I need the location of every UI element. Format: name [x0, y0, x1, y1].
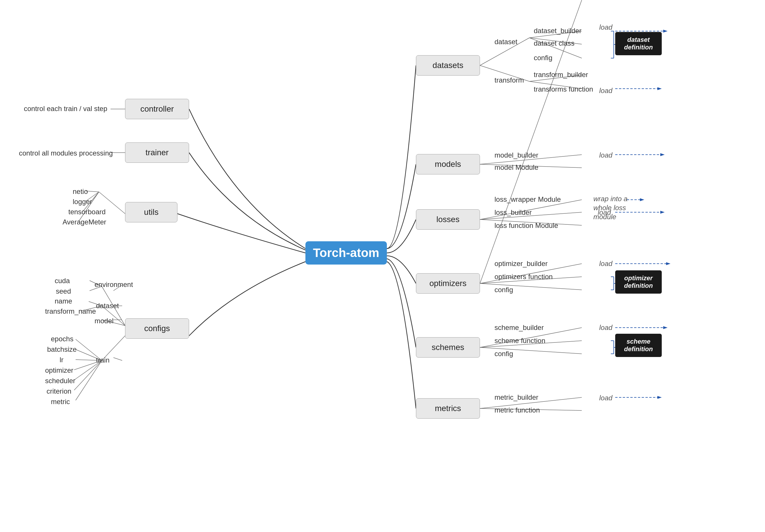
- config-optimizers-label: config: [494, 286, 513, 294]
- optimizer-config-label: optimizer: [45, 366, 73, 375]
- seed-label: seed: [56, 287, 71, 295]
- scheme-definition-label: schemedefinition: [624, 338, 653, 353]
- scheme-function-label: scheme function: [494, 337, 545, 345]
- optimizers-node: optimizers: [416, 273, 480, 294]
- cuda-label: cuda: [55, 277, 70, 285]
- load-metric-label: load: [599, 394, 612, 402]
- lr-label: lr: [60, 356, 63, 364]
- dataset-definition-box: datasetdefinition: [615, 32, 662, 55]
- transform-name-label: transform_name: [45, 307, 96, 315]
- averagemeter-label: AverageMeter: [63, 218, 106, 226]
- svg-marker-14: [657, 87, 662, 90]
- transform-branch-label: transform: [494, 76, 524, 84]
- optimizers-function-label: optimizers function: [494, 273, 553, 281]
- svg-marker-18: [660, 153, 665, 156]
- scheme-definition-box: schemedefinition: [615, 334, 662, 357]
- optimizer-definition-label: optimizerdefinition: [624, 274, 653, 290]
- config-schemes-label: config: [494, 350, 513, 358]
- controller-label: controller: [140, 104, 174, 114]
- load-scheme-label: load: [599, 324, 612, 332]
- dataset-class-label: dataset class: [534, 39, 574, 47]
- name-label: name: [55, 297, 72, 305]
- model-builder-label: model_builder: [494, 151, 538, 159]
- svg-line-74: [113, 358, 122, 361]
- center-node: Torch-atom: [306, 241, 387, 265]
- loss-wrapper-label: loss_wrapper Module: [494, 195, 561, 203]
- loss-builder-label: loss_builder: [494, 208, 532, 217]
- criterion-label: criterion: [47, 387, 71, 396]
- svg-marker-48: [657, 396, 662, 399]
- datasets-label: datasets: [432, 61, 463, 70]
- controller-desc-label: control each train / val step: [24, 105, 107, 113]
- losses-node: losses: [416, 209, 480, 230]
- transform-builder-label: transform_builder: [534, 71, 588, 79]
- model-config-label: model: [95, 317, 113, 325]
- svg-marker-44: [663, 326, 668, 329]
- metric-function-label: metric function: [494, 406, 540, 414]
- metric-builder-label: metric_builder: [494, 393, 538, 401]
- utils-node: utils: [125, 202, 178, 222]
- svg-marker-25: [660, 211, 665, 214]
- epochs-label: epochs: [51, 335, 73, 343]
- datasets-node: datasets: [416, 55, 480, 76]
- dataset-config-label: dataset: [96, 302, 119, 310]
- svg-marker-35: [666, 262, 670, 265]
- schemes-label: schemes: [432, 343, 464, 352]
- metrics-node: metrics: [416, 398, 480, 418]
- dataset-definition-label: datasetdefinition: [624, 36, 653, 52]
- configs-label: configs: [144, 324, 170, 333]
- load-model-label: load: [599, 151, 612, 159]
- optimizers-label: optimizers: [429, 279, 466, 288]
- controller-node: controller: [125, 99, 189, 119]
- trainer-label: trainer: [146, 148, 168, 157]
- center-label: Torch-atom: [313, 246, 379, 260]
- environment-label: environment: [95, 281, 133, 289]
- schemes-node: schemes: [416, 337, 480, 358]
- optimizer-builder-label: optimizer_builder: [494, 260, 548, 268]
- metric-config-label: metric: [51, 398, 70, 406]
- configs-node: configs: [125, 318, 189, 339]
- scheme-builder-label: scheme_builder: [494, 324, 544, 332]
- utils-label: utils: [144, 207, 159, 217]
- tensorboard-label: tensorboard: [68, 208, 106, 216]
- transforms-function-label: transforms function: [534, 85, 593, 93]
- netio-label: netio: [73, 187, 88, 196]
- svg-line-73: [76, 361, 102, 400]
- model-module-label: model Module: [494, 163, 538, 171]
- losses-label: losses: [436, 215, 459, 224]
- scheduler-label: scheduler: [45, 377, 75, 385]
- models-node: models: [416, 154, 480, 174]
- models-label: models: [435, 159, 461, 169]
- svg-line-55: [79, 192, 99, 221]
- config-datasets-label: config: [534, 54, 552, 62]
- batchsize-label: batchsize: [47, 345, 77, 354]
- load-transforms-label: load: [599, 87, 612, 95]
- dataset-builder-label: dataset_builder: [534, 27, 581, 35]
- loss-function-label: loss function Module: [494, 221, 558, 230]
- svg-marker-12: [663, 30, 668, 33]
- trainer-node: trainer: [125, 142, 189, 163]
- wrap-label: wrap into awhole loss module: [593, 194, 646, 221]
- logger-label: logger: [73, 198, 92, 206]
- train-label: train: [96, 356, 110, 364]
- trainer-desc-label: control all modules processing: [19, 149, 113, 157]
- dataset-branch-label: dataset: [494, 38, 517, 46]
- load-optimizer-label: load: [599, 260, 612, 268]
- optimizer-definition-box: optimizerdefinition: [615, 270, 662, 294]
- load-dataset-builder-label: load: [599, 23, 612, 31]
- metrics-label: metrics: [435, 404, 461, 413]
